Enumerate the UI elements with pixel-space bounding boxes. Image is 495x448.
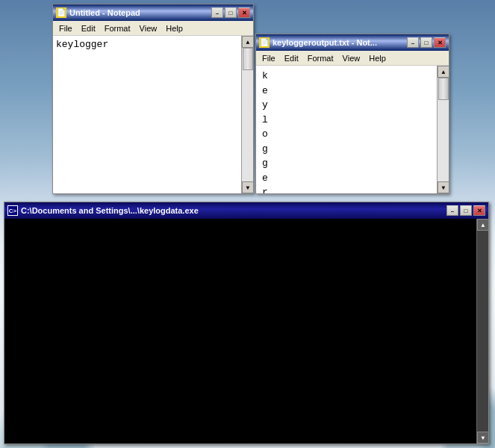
notepad2-scroll-thumb[interactable] xyxy=(438,78,449,100)
notepad1-titlebar: 📄 Untitled - Notepad – □ ✕ xyxy=(53,4,253,21)
notepad1-menu-format[interactable]: Format xyxy=(100,22,135,34)
cmd-content-area[interactable] xyxy=(4,219,488,444)
notepad1-scrollbar[interactable]: ▲ ▼ xyxy=(241,36,253,193)
notepad2-char: e xyxy=(262,171,443,186)
cmd-icon: C> xyxy=(7,205,18,216)
cmd-title: C:\Documents and Settings\...\keylogdata… xyxy=(21,206,446,215)
notepad1-menu-help[interactable]: Help xyxy=(161,22,187,34)
notepad1-scroll-up[interactable]: ▲ xyxy=(242,36,254,48)
notepad1-maximize-button[interactable]: □ xyxy=(225,7,237,18)
cmd-maximize-button[interactable]: □ xyxy=(460,205,472,216)
notepad2-menu-edit[interactable]: Edit xyxy=(280,52,303,64)
notepad2-scroll-up[interactable]: ▲ xyxy=(438,66,449,78)
notepad2-char: r xyxy=(262,185,443,193)
notepad2-window-controls: – □ ✕ xyxy=(407,37,446,48)
cmd-scroll-up[interactable]: ▲ xyxy=(477,219,489,231)
cmd-close-button[interactable]: ✕ xyxy=(473,205,485,216)
notepad2-char: g xyxy=(262,142,443,157)
notepad2-scroll-down[interactable]: ▼ xyxy=(438,181,449,193)
notepad1-text: keylogger xyxy=(56,39,108,50)
notepad2-char: e xyxy=(262,84,443,99)
notepad1-window-controls: – □ ✕ xyxy=(211,7,250,18)
notepad2-menu-help[interactable]: Help xyxy=(364,52,390,64)
notepad2-scrollbar[interactable]: ▲ ▼ xyxy=(437,66,449,193)
notepad1-menu-file[interactable]: File xyxy=(55,22,77,34)
cmd-titlebar: C> C:\Documents and Settings\...\keylogd… xyxy=(4,202,488,219)
notepad1-menu-view[interactable]: View xyxy=(135,22,162,34)
notepad2-menu-format[interactable]: Format xyxy=(303,52,338,64)
notepad2-text: keylogger xyxy=(262,69,443,193)
notepad2-char: g xyxy=(262,156,443,171)
notepad2-char: o xyxy=(262,127,443,142)
notepad2-char: y xyxy=(262,98,443,113)
cmd-window-controls: – □ ✕ xyxy=(446,205,485,216)
notepad2-char: k xyxy=(262,69,443,84)
notepad2-char: l xyxy=(262,113,443,128)
notepad1-minimize-button[interactable]: – xyxy=(211,7,223,18)
notepad1-window: 📄 Untitled - Notepad – □ ✕ File Edit For… xyxy=(52,4,254,194)
cmd-minimize-button[interactable]: – xyxy=(446,205,458,216)
notepad1-menu-edit[interactable]: Edit xyxy=(77,22,100,34)
notepad2-icon: 📄 xyxy=(259,37,270,48)
cmd-window: C> C:\Documents and Settings\...\keylogd… xyxy=(4,202,489,444)
notepad2-menubar: File Edit Format View Help xyxy=(256,51,449,66)
notepad2-menu-view[interactable]: View xyxy=(338,52,365,64)
notepad2-titlebar: 📄 keyloggeroutput.txt - Not... – □ ✕ xyxy=(256,34,449,51)
notepad1-close-button[interactable]: ✕ xyxy=(238,7,250,18)
notepad1-menubar: File Edit Format View Help xyxy=(53,21,253,36)
cmd-scrollbar[interactable]: ▲ ▼ xyxy=(476,219,488,444)
notepad2-minimize-button[interactable]: – xyxy=(407,37,419,48)
notepad1-scroll-thumb[interactable] xyxy=(243,48,253,70)
notepad2-content-area[interactable]: keylogger xyxy=(256,66,449,193)
notepad2-menu-file[interactable]: File xyxy=(258,52,280,64)
notepad2-close-button[interactable]: ✕ xyxy=(434,37,446,48)
notepad2-maximize-button[interactable]: □ xyxy=(420,37,432,48)
notepad1-scroll-down[interactable]: ▼ xyxy=(242,181,254,193)
notepad2-window: 📄 keyloggeroutput.txt - Not... – □ ✕ Fil… xyxy=(255,34,449,194)
notepad2-title: keyloggeroutput.txt - Not... xyxy=(273,38,407,47)
notepad1-title: Untitled - Notepad xyxy=(69,8,211,17)
notepad1-content-area[interactable]: keylogger xyxy=(53,36,253,193)
notepad1-icon: 📄 xyxy=(56,7,66,18)
cmd-scroll-down[interactable]: ▼ xyxy=(477,432,489,444)
